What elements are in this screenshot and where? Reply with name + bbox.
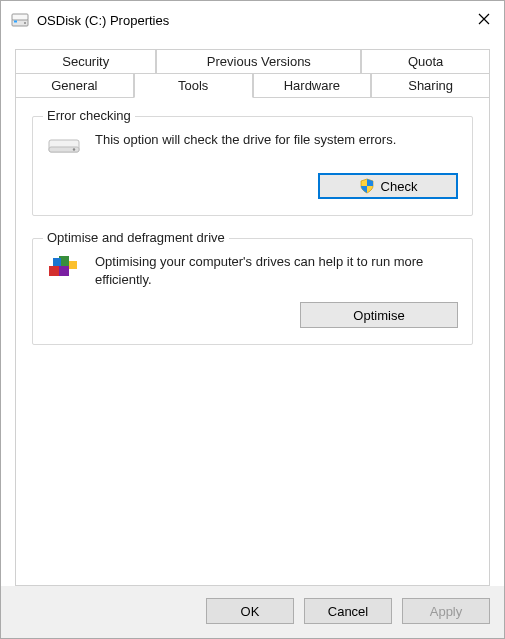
drive-icon [11, 11, 29, 29]
defrag-icon [47, 253, 81, 281]
tab-strip: Security Previous Versions Quota General… [15, 49, 490, 98]
tab-quota[interactable]: Quota [361, 49, 490, 74]
close-button[interactable] [474, 13, 494, 28]
ok-button[interactable]: OK [206, 598, 294, 624]
svg-point-6 [73, 148, 75, 150]
content-area: Security Previous Versions Quota General… [1, 39, 504, 586]
tab-previous-versions[interactable]: Previous Versions [156, 49, 361, 74]
optimise-text: Optimising your computer's drives can he… [95, 253, 458, 288]
optimise-button[interactable]: Optimise [300, 302, 458, 328]
cancel-button[interactable]: Cancel [304, 598, 392, 624]
tab-general[interactable]: General [15, 73, 134, 98]
optimise-label: Optimise and defragment drive [43, 230, 229, 245]
dialog-footer: OK Cancel Apply [1, 586, 504, 638]
svg-rect-1 [12, 14, 28, 20]
window-title: OSDisk (C:) Properties [37, 13, 474, 28]
svg-rect-11 [53, 258, 61, 266]
error-checking-label: Error checking [43, 108, 135, 123]
tab-hardware[interactable]: Hardware [253, 73, 372, 98]
error-checking-text: This option will check the drive for fil… [95, 131, 458, 149]
svg-rect-2 [14, 21, 17, 23]
check-button[interactable]: Check [318, 173, 458, 199]
tab-sharing[interactable]: Sharing [371, 73, 490, 98]
tab-panel-tools: Error checking This option will check th… [15, 98, 490, 586]
drive-check-icon [47, 131, 81, 159]
tab-tools[interactable]: Tools [134, 73, 253, 98]
optimise-group: Optimise and defragment drive Optimising… [32, 238, 473, 345]
apply-button[interactable]: Apply [402, 598, 490, 624]
uac-shield-icon [359, 178, 375, 194]
titlebar: OSDisk (C:) Properties [1, 1, 504, 39]
optimise-button-label: Optimise [353, 308, 404, 323]
svg-rect-8 [59, 266, 69, 276]
svg-rect-10 [69, 261, 77, 269]
error-checking-group: Error checking This option will check th… [32, 116, 473, 216]
svg-rect-7 [49, 266, 59, 276]
check-button-label: Check [381, 179, 418, 194]
tab-security[interactable]: Security [15, 49, 156, 74]
svg-point-3 [24, 22, 26, 24]
